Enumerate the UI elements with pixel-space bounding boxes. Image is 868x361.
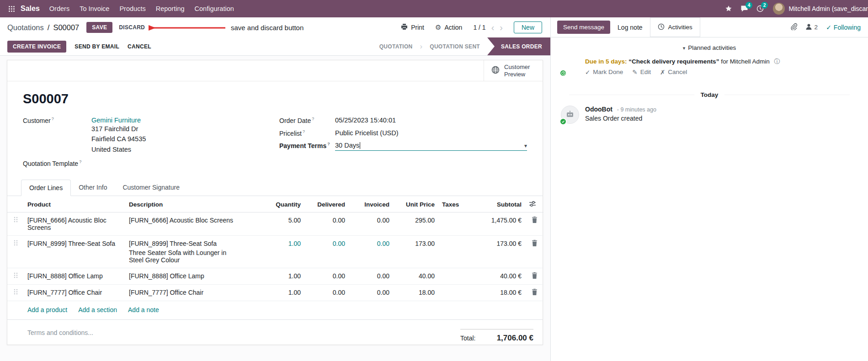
activities-tab[interactable]: Activities — [650, 17, 700, 37]
cell-product[interactable]: [FURN_8888] Office Lamp — [24, 268, 125, 285]
customer-link[interactable]: Gemini Furniture — [91, 117, 146, 124]
drag-handle-icon[interactable] — [7, 236, 24, 268]
cell-quantity[interactable]: 1.00 — [245, 285, 304, 301]
tab-order-lines[interactable]: Order Lines — [21, 180, 71, 196]
cell-invoiced[interactable]: 0.00 — [349, 212, 393, 236]
send-message-button[interactable]: Send message — [557, 21, 610, 34]
customer-preview-button[interactable]: Customer Preview — [484, 60, 543, 81]
create-invoice-button[interactable]: CREATE INVOICE — [7, 41, 66, 53]
tab-other-info[interactable]: Other Info — [71, 180, 115, 196]
dropdown-caret-icon[interactable]: ▾ — [524, 143, 527, 149]
menu-reporting[interactable]: Reporting — [151, 0, 190, 17]
cancel-button[interactable]: CANCEL — [128, 43, 151, 50]
followers-button[interactable]: 2 — [805, 23, 818, 32]
cell-unit-price[interactable]: 40.00 — [393, 268, 438, 285]
info-icon[interactable]: ⓘ — [774, 58, 780, 65]
activities-clock-icon[interactable]: 2 — [756, 5, 764, 12]
pricelist-field[interactable]: Pricelist? Public Pricelist (USD) — [279, 129, 527, 137]
add-a-product-link[interactable]: Add a product — [27, 306, 67, 313]
cancel-activity-button[interactable]: ✗Cancel — [660, 69, 687, 76]
cell-description[interactable]: [FURN_6666] Acoustic Bloc Screens — [125, 212, 245, 236]
drag-handle-icon[interactable] — [7, 212, 24, 236]
cell-unit-price[interactable]: 295.00 — [393, 212, 438, 236]
messages-icon[interactable]: 4 — [740, 5, 748, 12]
app-name[interactable]: Sales — [21, 5, 40, 13]
systray-star-icon[interactable] — [725, 5, 732, 12]
send-by-email-button[interactable]: SEND BY EMAIL — [75, 43, 119, 50]
help-hint: ? — [327, 142, 330, 146]
cell-unit-price[interactable]: 18.00 — [393, 285, 438, 301]
pager-previous-icon[interactable]: ‹ — [491, 23, 495, 32]
print-button[interactable]: Print — [401, 24, 424, 32]
pager-next-icon[interactable]: › — [500, 23, 503, 32]
cell-product[interactable]: [FURN_7777] Office Chair — [24, 285, 125, 301]
cell-delivered[interactable]: 0.00 — [304, 285, 349, 301]
col-delivered[interactable]: Delivered — [304, 196, 349, 212]
order-date-field[interactable]: Order Date? 05/25/2023 15:40:01 — [279, 117, 527, 124]
state-sales-order[interactable]: SALES ORDER — [487, 37, 550, 55]
user-menu[interactable]: Mitchell Admin (save_discar — [773, 3, 868, 15]
col-unit-price[interactable]: Unit Price — [393, 196, 438, 212]
cell-quantity[interactable]: 1.00 — [245, 236, 304, 268]
col-product[interactable]: Product — [24, 196, 125, 212]
planned-activities-header[interactable]: ▾Planned activities — [551, 37, 868, 51]
menu-configuration[interactable]: Configuration — [190, 0, 239, 17]
col-taxes[interactable]: Taxes — [438, 196, 479, 212]
cell-unit-price[interactable]: 173.00 — [393, 236, 438, 268]
menu-products[interactable]: Products — [114, 0, 150, 17]
message-author[interactable]: OdooBot — [585, 106, 612, 113]
tab-customer-signature[interactable]: Customer Signature — [115, 180, 187, 196]
mark-done-button[interactable]: ✓Mark Done — [585, 69, 623, 76]
quotation-template-field[interactable]: Quotation Template? — [23, 159, 279, 167]
add-a-section-link[interactable]: Add a section — [78, 306, 117, 313]
delete-row-icon[interactable] — [525, 236, 543, 268]
following-button[interactable]: ✓ Following — [826, 24, 861, 31]
apps-grid-icon[interactable] — [5, 5, 19, 12]
cell-taxes[interactable] — [438, 285, 479, 301]
breadcrumb-quotations[interactable]: Quotations — [7, 23, 44, 32]
cell-taxes[interactable] — [438, 236, 479, 268]
cell-delivered[interactable]: 0.00 — [304, 236, 349, 268]
cell-delivered[interactable]: 0.00 — [304, 268, 349, 285]
pencil-icon: ✎ — [632, 69, 637, 76]
drag-handle-icon[interactable] — [7, 285, 24, 301]
col-description[interactable]: Description — [125, 196, 245, 212]
payment-terms-input[interactable]: 30 Days ▾ — [335, 142, 527, 151]
col-quantity[interactable]: Quantity — [245, 196, 304, 212]
attachments-icon[interactable] — [790, 23, 797, 32]
delete-row-icon[interactable] — [525, 212, 543, 236]
menu-to-invoice[interactable]: To Invoice — [75, 0, 114, 17]
cell-invoiced[interactable]: 0.00 — [349, 236, 393, 268]
col-invoiced[interactable]: Invoiced — [349, 196, 393, 212]
action-button[interactable]: ⚙ Action — [435, 23, 462, 32]
cell-invoiced[interactable]: 0.00 — [349, 285, 393, 301]
cell-description[interactable]: [FURN_8888] Office Lamp — [125, 268, 245, 285]
optional-columns-icon[interactable] — [525, 196, 543, 212]
order-date-value[interactable]: 05/25/2023 15:40:01 — [335, 117, 396, 124]
cell-product[interactable]: [FURN_8999] Three-Seat Sofa — [24, 236, 125, 268]
terms-and-conditions-placeholder[interactable]: Terms and conditions... — [27, 329, 93, 343]
drag-handle-icon[interactable] — [7, 268, 24, 285]
delete-row-icon[interactable] — [525, 285, 543, 301]
pricelist-value[interactable]: Public Pricelist (USD) — [335, 129, 399, 137]
delete-row-icon[interactable] — [525, 268, 543, 285]
col-subtotal[interactable]: Subtotal — [479, 196, 525, 212]
cell-product[interactable]: [FURN_6666] Acoustic Bloc Screens — [24, 212, 125, 236]
save-button[interactable]: SAVE — [86, 22, 112, 33]
cell-quantity[interactable]: 1.00 — [245, 268, 304, 285]
add-a-note-link[interactable]: Add a note — [128, 306, 159, 313]
cell-quantity[interactable]: 5.00 — [245, 212, 304, 236]
cell-taxes[interactable] — [438, 268, 479, 285]
edit-activity-button[interactable]: ✎Edit — [632, 69, 651, 76]
state-quotation-sent[interactable]: QUOTATION SENT — [422, 37, 487, 55]
menu-orders[interactable]: Orders — [44, 0, 75, 17]
cell-delivered[interactable]: 0.00 — [304, 212, 349, 236]
cell-description[interactable]: [FURN_7777] Office Chair — [125, 285, 245, 301]
discard-button[interactable]: DISCARD — [119, 24, 145, 31]
state-quotation[interactable]: QUOTATION — [372, 37, 420, 55]
log-note-button[interactable]: Log note — [618, 24, 643, 31]
new-button[interactable]: New — [514, 21, 542, 33]
cell-description[interactable]: [FURN_8999] Three-Seat Sofa Three Seater… — [125, 236, 245, 268]
cell-invoiced[interactable]: 0.00 — [349, 268, 393, 285]
cell-taxes[interactable] — [438, 212, 479, 236]
